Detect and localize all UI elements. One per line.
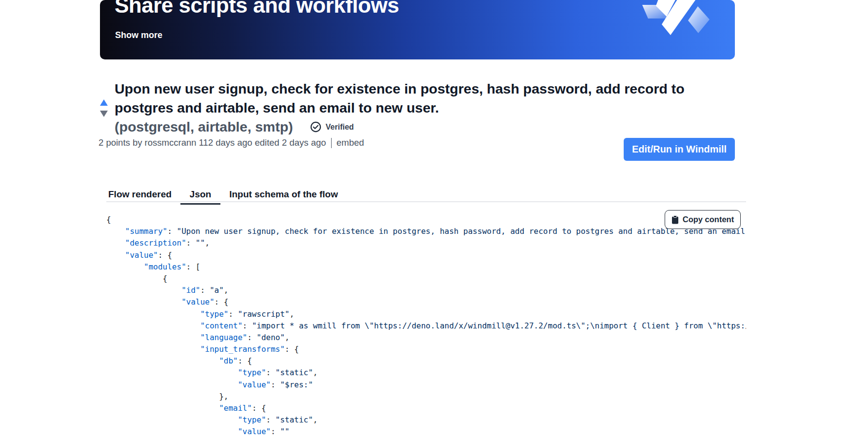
downvote-button[interactable] (100, 111, 108, 117)
hero-banner: Share scripts and workflows Show more (100, 0, 735, 59)
json-code: { "summary": "Upon new user signup, chec… (106, 210, 746, 440)
upvote-button[interactable] (100, 99, 108, 106)
embed-link[interactable]: embed (336, 137, 364, 148)
copy-content-button[interactable]: Copy content (665, 210, 741, 229)
tab-json[interactable]: Json (180, 189, 220, 205)
content-tabs: Flow rendered Json Input schema of the f… (108, 189, 338, 205)
windmill-hub-page: Share scripts and workflows Show more Up… (0, 0, 868, 440)
show-more-link[interactable]: Show more (115, 30, 162, 40)
hero-title: Share scripts and workflows (115, 0, 399, 18)
vote-controls (100, 99, 109, 117)
post-tags: (postgresql, airtable, smtp) (115, 117, 293, 136)
edit-run-in-windmill-button[interactable]: Edit/Run in Windmill (624, 138, 735, 161)
verified-label: Verified (326, 123, 354, 131)
json-code-panel: { "summary": "Upon new user signup, chec… (106, 210, 746, 440)
post-title-line-1: Upon new user signup, check for existenc… (115, 79, 734, 98)
verified-badge: Verified (310, 121, 354, 133)
copy-content-label: Copy content (683, 215, 734, 224)
post-meta: 2 points by rossmccrann 112 days ago edi… (99, 137, 364, 148)
meta-divider (331, 138, 332, 148)
tabs-underline-rule (106, 201, 746, 202)
post-title: Upon new user signup, check for existenc… (115, 79, 734, 136)
clipboard-icon (671, 215, 679, 224)
post-title-line-2: postgres and airtable, send an email to … (115, 98, 734, 117)
windmill-logo-icon (639, 0, 712, 40)
post-meta-text: 2 points by rossmccrann 112 days ago edi… (99, 137, 326, 148)
verified-check-icon (310, 121, 322, 133)
